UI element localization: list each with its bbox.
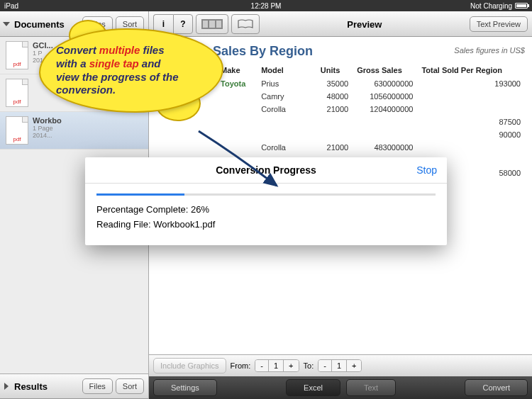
- status-charge: Not Charging: [470, 2, 512, 10]
- include-graphics-button[interactable]: Include Graphics: [153, 358, 226, 373]
- to-label: To:: [304, 361, 314, 370]
- results-title: Results: [14, 381, 79, 392]
- sheet-subtitle: Sales figures in US$: [454, 46, 525, 55]
- callout-arrow-icon: [195, 128, 287, 191]
- status-bar: iPad 12:28 PM Not Charging: [0, 0, 532, 11]
- excel-tab[interactable]: Excel: [286, 379, 340, 396]
- minus-icon[interactable]: -: [318, 360, 332, 371]
- text-preview-button[interactable]: Text Preview: [470, 16, 528, 32]
- sidebar-bottom-toolbar: Results Files Sort: [0, 373, 148, 399]
- pdf-icon: pdf: [6, 116, 28, 145]
- svg-rect-3: [216, 21, 221, 28]
- column-header: Gross Sales: [353, 63, 417, 77]
- column-header: Total Sold Per Region: [417, 63, 525, 77]
- pdf-icon: pdf: [6, 79, 28, 107]
- pdf-icon: pdf: [6, 41, 28, 69]
- status-left: iPad: [4, 2, 18, 10]
- chevron-down-icon[interactable]: [3, 22, 10, 26]
- to-stepper[interactable]: - 1 +: [318, 359, 362, 372]
- from-value: 1: [269, 360, 284, 371]
- status-time: 12:28 PM: [251, 2, 282, 10]
- from-label: From:: [231, 361, 251, 370]
- book-button[interactable]: [231, 14, 260, 34]
- percent-complete-label: Percentage Complete: 26%: [96, 204, 436, 215]
- plus-icon[interactable]: +: [347, 360, 361, 371]
- svg-rect-1: [203, 21, 208, 28]
- range-bar: Include Graphics From: - 1 + To: - 1 +: [149, 354, 532, 376]
- stop-button[interactable]: Stop: [416, 164, 437, 176]
- column-header: Model: [257, 63, 316, 77]
- from-stepper[interactable]: - 1 +: [255, 359, 299, 372]
- svg-rect-2: [209, 21, 215, 28]
- column-header: Units: [316, 63, 353, 77]
- columns-icon: [201, 19, 223, 29]
- convert-button[interactable]: Convert: [465, 379, 528, 396]
- callout-cloud: Convert multiple files with a single tap…: [39, 28, 223, 113]
- book-icon: [238, 19, 253, 29]
- tutorial-callout: Convert multiple files with a single tap…: [39, 28, 223, 132]
- settings-tab[interactable]: Settings: [153, 379, 217, 396]
- battery-icon: [515, 3, 528, 9]
- to-value: 1: [332, 360, 347, 371]
- sort-button[interactable]: Sort: [116, 378, 144, 394]
- chevron-right-icon[interactable]: [4, 383, 9, 390]
- bottom-tabbar: Settings Excel Text Convert: [149, 376, 532, 399]
- minus-icon[interactable]: -: [255, 360, 269, 371]
- files-button[interactable]: Files: [82, 378, 113, 394]
- reading-file-label: Reading File: Workbook1.pdf: [96, 219, 436, 230]
- plus-icon[interactable]: +: [284, 360, 298, 371]
- text-tab[interactable]: Text: [346, 379, 396, 396]
- preview-title: Preview: [262, 19, 467, 30]
